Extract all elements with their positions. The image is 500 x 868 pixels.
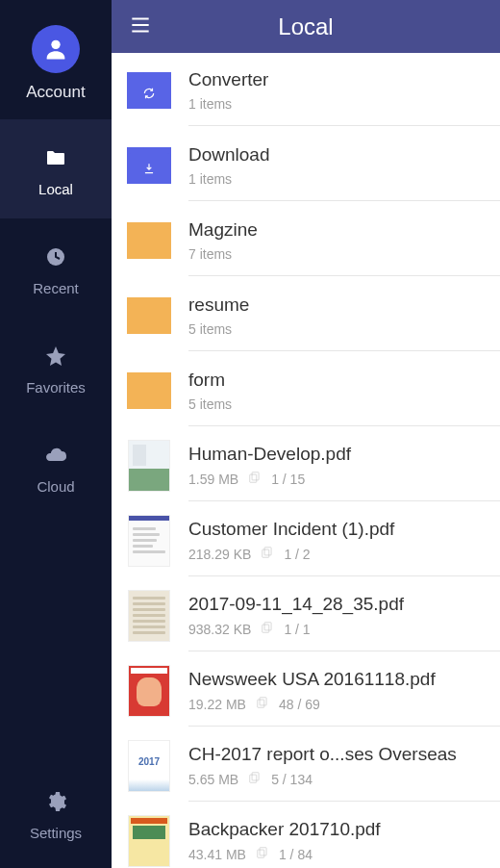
pages-icon [248, 771, 262, 787]
gear-icon [42, 788, 69, 815]
folder-icon [42, 144, 69, 171]
folder-row[interactable]: resume5 items [112, 278, 500, 353]
file-row[interactable]: 2017-09-11_14_28_35.pdf938.32 KB1 / 1 [112, 578, 500, 653]
pdf-thumbnail: 2017 [128, 740, 170, 792]
page-count: 1 / 1 [284, 622, 310, 637]
pdf-thumbnail [128, 515, 170, 567]
page-count: 1 / 84 [279, 847, 312, 862]
file-row[interactable]: 2017CH-2017 report o...ses Overseas5.65 … [112, 728, 500, 804]
file-size: 938.32 KB [188, 622, 251, 637]
svg-point-0 [51, 40, 60, 49]
sidebar-item-label: Local [38, 181, 73, 197]
folder-row[interactable]: Download1 items [112, 128, 500, 203]
file-size: 43.41 MB [188, 847, 246, 862]
svg-rect-5 [262, 549, 269, 557]
svg-rect-2 [252, 472, 259, 480]
file-size: 5.65 MB [188, 772, 238, 787]
download-icon [142, 162, 156, 175]
svg-rect-9 [258, 700, 264, 707]
menu-button[interactable] [121, 8, 160, 46]
file-row[interactable]: Human-Develop.pdf1.59 MB1 / 15 [112, 428, 500, 503]
file-name: Download [188, 144, 490, 166]
file-name: Human-Develop.pdf [188, 444, 490, 465]
menu-icon [128, 13, 153, 41]
header: Local [112, 0, 500, 53]
file-size: 218.29 KB [188, 547, 251, 562]
svg-rect-13 [258, 850, 264, 857]
file-size: 1.59 MB [188, 472, 238, 487]
pdf-thumbnail [128, 665, 170, 717]
folder-icon [127, 147, 171, 184]
pages-icon [261, 621, 274, 637]
file-list: Converter1 itemsDownload1 itemsMagzine7 … [112, 53, 500, 868]
page-title: Local [160, 13, 452, 40]
file-name: form [188, 370, 490, 391]
account-label: Account [26, 83, 85, 102]
svg-rect-4 [264, 548, 271, 555]
file-name: Magzine [188, 219, 490, 241]
svg-rect-10 [252, 773, 259, 780]
pdf-thumbnail [128, 440, 170, 492]
sidebar-item-label: Cloud [37, 478, 74, 495]
sidebar-item-local[interactable]: Local [0, 119, 112, 218]
file-name: Customer Incident (1).pdf [188, 519, 490, 540]
sidebar-item-label: Settings [30, 825, 82, 841]
pdf-thumbnail [128, 815, 170, 867]
item-count: 5 items [188, 396, 232, 412]
star-icon [42, 343, 69, 370]
page-count: 48 / 69 [279, 697, 320, 712]
sidebar-item-favorites[interactable]: Favorites [0, 318, 112, 417]
sidebar-account[interactable]: Account [0, 0, 112, 119]
page-count: 1 / 15 [271, 472, 305, 487]
item-count: 1 items [188, 171, 232, 187]
file-name: 2017-09-11_14_28_35.pdf [188, 594, 490, 615]
sidebar-nav: Local Recent Favorites Cloud [0, 119, 112, 516]
item-count: 7 items [188, 246, 232, 262]
page-count: 5 / 134 [271, 772, 312, 787]
sidebar: Account Local Recent Favorites [0, 0, 112, 868]
svg-rect-7 [262, 625, 269, 632]
sidebar-item-settings[interactable]: Settings [0, 763, 112, 868]
clock-icon [42, 243, 69, 270]
folder-icon [127, 72, 171, 109]
svg-rect-6 [264, 623, 271, 630]
svg-rect-3 [250, 474, 257, 482]
file-name: resume [188, 294, 490, 316]
folder-row[interactable]: Magzine7 items [112, 203, 500, 278]
file-name: Backpacker 201710.pdf [188, 819, 490, 840]
pages-icon [261, 546, 274, 562]
pages-icon [256, 696, 269, 712]
item-count: 1 items [188, 96, 232, 112]
file-row[interactable]: Customer Incident (1).pdf218.29 KB1 / 2 [112, 503, 500, 578]
file-row[interactable]: Backpacker 201710.pdf43.41 MB1 / 84 [112, 804, 500, 868]
item-count: 5 items [188, 321, 232, 337]
file-name: CH-2017 report o...ses Overseas [188, 744, 490, 765]
pdf-thumbnail [128, 590, 170, 642]
sidebar-item-label: Favorites [26, 379, 86, 396]
sidebar-item-cloud[interactable]: Cloud [0, 417, 112, 516]
folder-row[interactable]: form5 items [112, 353, 500, 428]
svg-rect-8 [260, 698, 266, 705]
pages-icon [248, 471, 262, 487]
cloud-icon [42, 442, 69, 469]
file-row[interactable]: Newsweek USA 20161118.pdf19.22 MB48 / 69 [112, 653, 500, 728]
svg-rect-12 [260, 848, 266, 855]
file-name: Converter [188, 69, 490, 90]
page-count: 1 / 2 [284, 547, 310, 562]
folder-icon [127, 222, 171, 259]
svg-rect-11 [250, 775, 257, 782]
file-size: 19.22 MB [188, 697, 246, 712]
folder-icon [127, 297, 171, 334]
main: Local Converter1 itemsDownload1 itemsMag… [112, 0, 500, 868]
sync-icon [142, 87, 156, 100]
avatar-icon [32, 25, 80, 73]
pages-icon [256, 846, 269, 862]
file-name: Newsweek USA 20161118.pdf [188, 669, 490, 690]
folder-icon [127, 372, 171, 409]
sidebar-item-recent[interactable]: Recent [0, 218, 112, 318]
sidebar-item-label: Recent [33, 280, 79, 296]
folder-row[interactable]: Converter1 items [112, 53, 500, 128]
